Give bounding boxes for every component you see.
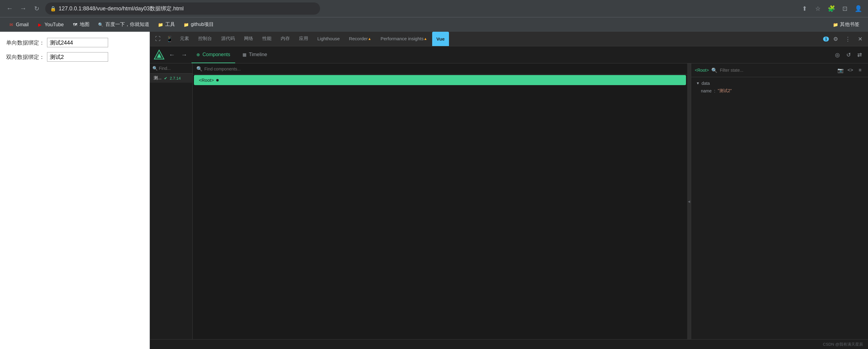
timeline-tab-icon: ▦ — [243, 52, 246, 57]
state-menu-btn[interactable]: ≡ — [856, 66, 864, 74]
maps-icon: 🗺 — [72, 22, 78, 28]
forward-button[interactable]: → — [17, 2, 29, 15]
state-filter-input[interactable] — [720, 68, 834, 73]
other-bookmarks-icon: 📁 — [833, 22, 838, 28]
vue-version-text: 2.7.14 — [170, 76, 181, 80]
bookmarks-bar: ✉ Gmail ▶ YouTube 🗺 地图 🔍 百度一下，你就知道 📁 工具 … — [0, 17, 868, 32]
state-code-btn[interactable]: <> — [846, 66, 855, 74]
tab-elements[interactable]: 元素 — [176, 32, 193, 46]
other-bookmarks-label: 其他书签 — [840, 21, 860, 28]
bookmark-maps[interactable]: 🗺 地图 — [69, 20, 93, 29]
component-tree-panel: 🔍 ↺ 测... ✔ 2.7.14 — [150, 64, 193, 339]
tab-console[interactable]: 控制台 — [194, 32, 216, 46]
binding2-row: 双向数据绑定： — [6, 52, 144, 62]
recorder-warning-icon: ▲ — [368, 37, 371, 41]
tab-memory[interactable]: 内存 — [276, 32, 294, 46]
component-active-dot — [216, 79, 219, 81]
status-bar: CSDN @我有满天星辰 — [150, 339, 868, 349]
notification-badge: 1 — [823, 37, 829, 41]
binding2-input[interactable] — [47, 52, 108, 62]
tab-performance[interactable]: 性能 — [258, 32, 276, 46]
bookmark-tools[interactable]: 📁 工具 — [154, 20, 179, 29]
vue-eye-btn[interactable]: ◎ — [833, 50, 842, 60]
vue-refresh-btn[interactable]: ↺ — [843, 50, 853, 60]
bookmark-tools-label: 工具 — [165, 21, 175, 28]
component-item-root[interactable]: <Root> — [194, 75, 686, 85]
vue-body: 🔍 ↺ 测... ✔ 2.7.14 🔍 — [150, 64, 868, 339]
devtools-close-btn[interactable]: ✕ — [855, 34, 866, 44]
bookmark-youtube-label: YouTube — [44, 22, 64, 28]
address-bar[interactable]: 🔒 127.0.0.1:8848/vue-demo/html/day03数据绑定… — [45, 2, 320, 15]
browser-frame: ← → ↻ 🔒 127.0.0.1:8848/vue-demo/html/day… — [0, 0, 868, 349]
address-text: 127.0.0.1:8848/vue-demo/html/day03数据绑定.h… — [59, 5, 184, 12]
vue-back-button[interactable]: ← — [167, 50, 177, 60]
vue-tab-timeline[interactable]: ▦ Timeline — [238, 46, 272, 63]
bookmark-gmail-label: Gmail — [16, 22, 29, 28]
component-list-panel: 🔍 <Root> — [193, 64, 687, 339]
bookmark-button[interactable]: ☆ — [812, 2, 824, 15]
state-screenshot-btn[interactable]: 📷 — [836, 66, 845, 74]
github-icon: 📁 — [184, 22, 189, 28]
binding1-input[interactable] — [47, 38, 108, 47]
main-content: 单向数据绑定： 双向数据绑定： ⛶ 📱 元素 控制台 源代码 — [0, 32, 868, 349]
vue-forward-button[interactable]: → — [179, 50, 189, 60]
extension-button[interactable]: 🧩 — [825, 2, 837, 15]
state-breadcrumb: <Root> — [695, 68, 709, 73]
tab-sources[interactable]: 源代码 — [217, 32, 239, 46]
component-search-input[interactable] — [204, 67, 684, 71]
bookmark-gmail[interactable]: ✉ Gmail — [5, 21, 32, 29]
component-search-icon: 🔍 — [196, 66, 203, 72]
devtools-panel: ⛶ 📱 元素 控制台 源代码 网络 性能 内存 — [150, 32, 868, 349]
bookmark-github[interactable]: 📁 github项目 — [180, 20, 218, 29]
tab-lighthouse[interactable]: Lighthouse — [313, 32, 344, 46]
bookmark-baidu-label: 百度一下，你就知道 — [105, 21, 149, 28]
vue-topbar: ← → ⊕ Components ▦ Timeline ◎ ↺ ⇄ — [150, 46, 868, 64]
bookmark-baidu[interactable]: 🔍 百度一下，你就知道 — [94, 20, 153, 29]
state-panel: <Root> 🔍 📷 <> ≡ ▼ data — [691, 64, 868, 339]
prop-colon: : — [714, 89, 715, 93]
reload-button[interactable]: ↻ — [31, 2, 43, 15]
youtube-icon: ▶ — [37, 22, 43, 28]
bookmark-maps-label: 地图 — [80, 21, 90, 28]
devtools-more-btn[interactable]: ⋮ — [842, 34, 853, 44]
prop-key-name: name — [701, 89, 712, 93]
other-bookmarks[interactable]: 📁 其他书签 — [829, 20, 863, 29]
bookmark-github-label: github项目 — [191, 21, 214, 28]
tab-vue[interactable]: Vue — [432, 32, 449, 46]
binding2-label: 双向数据绑定： — [6, 54, 44, 61]
vue-settings-btn[interactable]: ⇄ — [855, 50, 864, 60]
bookmark-youtube[interactable]: ▶ YouTube — [34, 21, 67, 29]
profile-button[interactable]: 👤 — [852, 2, 864, 15]
component-search-bar: 🔍 — [193, 64, 687, 74]
vue-tab-components[interactable]: ⊕ Components — [191, 46, 235, 63]
tree-search-bar: 🔍 ↺ — [150, 64, 192, 73]
tree-item-root[interactable]: 测... ✔ 2.7.14 — [150, 73, 192, 83]
share-button[interactable]: ⬆ — [798, 2, 811, 15]
devtools-settings-btn[interactable]: ⚙ — [830, 34, 841, 44]
tab-performance-insights[interactable]: Performance insights ▲ — [376, 32, 432, 46]
state-content: ▼ data name : "测试2" — [691, 77, 868, 100]
devtools-inspect-btn[interactable]: ⛶ — [152, 34, 163, 44]
state-data-label: data — [702, 81, 710, 86]
resize-handle[interactable]: ◀ — [687, 64, 691, 339]
components-tab-icon: ⊕ — [196, 52, 200, 57]
status-text: CSDN @我有满天星辰 — [823, 342, 863, 347]
nav-buttons: ← → ↻ — [4, 2, 43, 15]
tools-icon: 📁 — [158, 22, 163, 28]
lock-icon: 🔒 — [50, 6, 56, 11]
tree-item-root-label: 测... — [154, 75, 161, 81]
tree-search-icon: 🔍 — [152, 66, 158, 71]
back-button[interactable]: ← — [4, 2, 16, 15]
split-button[interactable]: ⊡ — [839, 2, 851, 15]
baidu-icon: 🔍 — [98, 22, 103, 28]
tab-application[interactable]: 应用 — [295, 32, 312, 46]
vue-version-badge: ✔ — [164, 76, 167, 80]
state-data-title[interactable]: ▼ data — [696, 81, 863, 86]
devtools-device-btn[interactable]: 📱 — [164, 34, 175, 44]
tab-recorder[interactable]: Recorder ▲ — [344, 32, 376, 46]
devtools-tab-bar: ⛶ 📱 元素 控制台 源代码 网络 性能 内存 — [150, 32, 868, 46]
state-data-arrow: ▼ — [696, 81, 700, 85]
gmail-icon: ✉ — [8, 22, 14, 28]
title-actions: ⬆ ☆ 🧩 ⊡ 👤 — [798, 2, 864, 15]
tab-network[interactable]: 网络 — [240, 32, 257, 46]
